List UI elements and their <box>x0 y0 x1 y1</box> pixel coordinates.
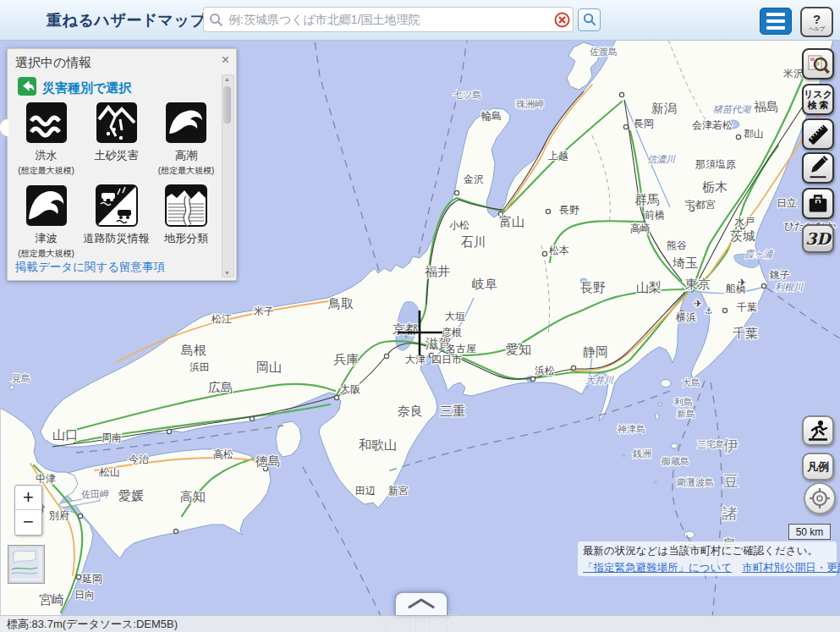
svg-text:宮崎: 宮崎 <box>39 592 64 607</box>
panel-scrollbar[interactable]: ▲ ▼ <box>222 74 234 278</box>
svg-text:見島: 見島 <box>12 373 30 383</box>
svg-text:日立: 日立 <box>777 197 797 209</box>
svg-text:神津島: 神津島 <box>618 424 645 434</box>
menu-button[interactable] <box>760 8 792 35</box>
svg-text:信濃川: 信濃川 <box>647 154 676 164</box>
app-title: 重ねるハザードマップ <box>47 10 206 30</box>
search-input[interactable] <box>227 12 554 27</box>
svg-text:延岡: 延岡 <box>81 573 102 585</box>
disaster-item-flood[interactable]: 洪水 (想定最大規模) <box>11 98 81 181</box>
svg-text:石川: 石川 <box>460 234 486 249</box>
svg-text:千葉: 千葉 <box>737 301 757 313</box>
panel-close-icon[interactable]: × <box>222 52 229 68</box>
svg-text:埼玉: 埼玉 <box>672 256 698 270</box>
svg-text:小松: 小松 <box>449 219 469 231</box>
disaster-item-storm-surge[interactable]: 高潮 (想定最大規模) <box>151 98 221 181</box>
toolbox-button[interactable] <box>802 188 834 219</box>
clear-search-icon[interactable] <box>554 12 570 28</box>
disaster-item-landform[interactable]: 地形分類 <box>151 181 221 264</box>
zoom-out-button[interactable]: − <box>15 510 41 535</box>
hamburger-icon <box>766 13 785 16</box>
svg-text:銭洲: 銭洲 <box>633 448 651 459</box>
running-person-icon <box>806 420 830 442</box>
data-notes-link[interactable]: 掲載データに関する留意事項 <box>15 260 165 275</box>
svg-text:田辺: 田辺 <box>355 485 376 497</box>
panel-title: 選択中の情報 <box>15 55 91 71</box>
view-3d-button[interactable]: 3D <box>802 224 834 253</box>
panel-collapse-handle[interactable] <box>0 118 8 137</box>
help-button[interactable]: ? ヘルプ <box>800 7 833 37</box>
svg-text:前橋: 前橋 <box>645 209 665 221</box>
disaster-item-road-info[interactable]: 道路防災情報 <box>81 181 151 264</box>
search-submit-button[interactable] <box>578 8 601 31</box>
svg-text:周南: 周南 <box>102 431 122 443</box>
svg-text:✈: ✈ <box>738 277 746 289</box>
svg-text:富山: 富山 <box>499 214 524 228</box>
help-question-icon: ? <box>813 13 821 25</box>
svg-text:三重: 三重 <box>440 404 465 418</box>
svg-text:奈良: 奈良 <box>398 404 423 418</box>
svg-text:霞ヶ浦: 霞ヶ浦 <box>744 249 774 259</box>
current-location-button[interactable] <box>804 482 836 514</box>
disaster-item-landslide[interactable]: 土砂災害 <box>81 98 151 181</box>
svg-text:会津若松: 会津若松 <box>692 119 733 131</box>
svg-text:✈: ✈ <box>694 298 702 310</box>
svg-text:栃木: 栃木 <box>702 179 727 194</box>
tsunami-icon <box>25 184 68 227</box>
scrollbar-thumb[interactable] <box>223 86 231 124</box>
svg-text:那須塩原: 那須塩原 <box>695 158 736 170</box>
svg-text:松山: 松山 <box>100 466 120 478</box>
selected-info-panel: 選択中の情報 × 災害種別で選択 洪水 (想定最大規模) 土砂災害 <box>7 48 237 281</box>
scroll-down-icon[interactable]: ▼ <box>222 270 232 276</box>
svg-text:鳥取: 鳥取 <box>327 296 354 311</box>
storm-surge-icon <box>165 102 207 144</box>
svg-text:島根: 島根 <box>181 343 206 357</box>
svg-text:上越: 上越 <box>548 150 568 162</box>
svg-text:高崎: 高崎 <box>630 223 651 234</box>
svg-text:山梨: 山梨 <box>636 280 662 294</box>
svg-text:利島: 利島 <box>674 397 693 407</box>
svg-text:高松: 高松 <box>213 448 233 460</box>
disaster-grid: 洪水 (想定最大規模) 土砂災害 高潮 (想定最大規模) <box>11 98 221 264</box>
disaster-item-tsunami[interactable]: 津波 (想定最大規模) <box>11 181 81 264</box>
minimap-thumbnail <box>10 547 39 578</box>
svg-text:大津: 大津 <box>405 354 425 365</box>
road-disaster-icon <box>96 184 138 227</box>
elevation-status-bar: 標高:83.7m(データソース:DEM5B) <box>0 615 840 632</box>
search-icon <box>209 13 223 27</box>
svg-text:珠洲岬: 珠洲岬 <box>516 99 544 109</box>
svg-text:高知: 高知 <box>180 489 206 503</box>
svg-text:長岡: 長岡 <box>634 118 654 129</box>
svg-text:横浜: 横浜 <box>675 311 696 323</box>
evacuation-site-button[interactable] <box>802 415 834 446</box>
overview-minimap[interactable] <box>8 546 44 583</box>
map-magnifier-icon <box>806 52 830 76</box>
category-label: 災害種別で選択 <box>42 80 131 96</box>
designated-shelter-link[interactable]: 「指定緊急避難場所」について <box>583 561 732 575</box>
svg-text:松江: 松江 <box>211 313 232 325</box>
map-search-button[interactable] <box>802 48 834 80</box>
svg-text:兵庫: 兵庫 <box>333 352 359 366</box>
measure-button[interactable] <box>802 118 834 150</box>
pencil-icon <box>805 156 831 181</box>
svg-text:諸: 諸 <box>722 505 738 522</box>
back-arrow-icon <box>18 77 36 99</box>
svg-text:長野: 長野 <box>559 204 579 216</box>
draw-button[interactable] <box>802 152 834 184</box>
legend-button[interactable]: 凡例 <box>802 453 834 481</box>
svg-text:郡山: 郡山 <box>744 128 764 140</box>
bottom-drawer-toggle[interactable] <box>394 591 448 615</box>
update-list-link[interactable]: 市町村別公開日・更新日一覧 <box>742 561 840 575</box>
svg-text:大阪: 大阪 <box>340 383 360 395</box>
risk-search-button[interactable]: リスク 検 索 <box>802 84 834 115</box>
svg-text:輪島: 輪島 <box>481 110 502 122</box>
svg-text:徳島: 徳島 <box>255 453 281 468</box>
svg-text:愛知: 愛知 <box>506 342 531 356</box>
svg-text:福井: 福井 <box>425 264 450 278</box>
scroll-up-icon[interactable]: ▲ <box>222 76 232 82</box>
flood-icon <box>25 102 68 144</box>
svg-text:大島: 大島 <box>682 377 700 387</box>
disaster-category-select[interactable]: 災害種別で選択 <box>18 77 131 99</box>
svg-text:大井川: 大井川 <box>585 375 614 385</box>
zoom-in-button[interactable]: + <box>15 486 41 510</box>
